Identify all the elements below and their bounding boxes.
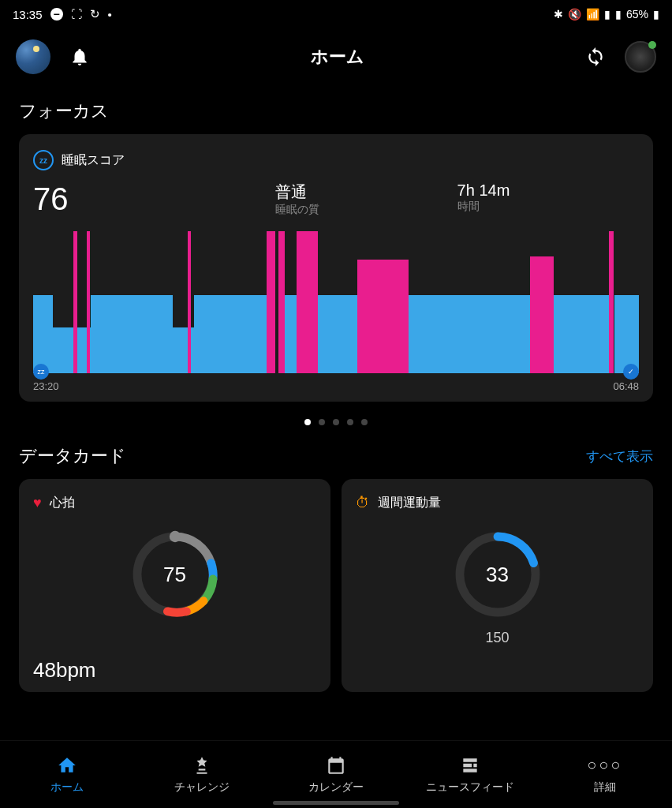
avatar[interactable] <box>16 39 50 74</box>
heart-rate-current: 48bpm <box>33 658 96 683</box>
page-title: ホーム <box>311 45 364 69</box>
dnd-icon: − <box>50 8 63 21</box>
sleep-bar <box>285 295 297 373</box>
nav-challenge[interactable]: チャレンジ <box>134 741 268 808</box>
activity-card-title: 週間運動量 <box>378 495 441 511</box>
notifications-icon[interactable] <box>69 47 90 67</box>
newsfeed-icon <box>460 755 480 776</box>
sleep-bar <box>318 295 357 373</box>
nav-newsfeed-label: ニュースフィード <box>426 780 514 795</box>
home-icon <box>57 755 77 776</box>
bottom-nav: ホーム チャレンジ カレンダー ニュースフィード ○○○ 詳細 <box>0 740 672 808</box>
sleep-bar <box>33 295 53 373</box>
nav-challenge-label: チャレンジ <box>174 780 230 795</box>
signal2-icon: ▮ <box>615 8 622 21</box>
page-dot[interactable] <box>347 419 353 425</box>
sleep-start-badge-icon: zz <box>33 364 49 380</box>
activity-icon: ⏱ <box>356 495 370 511</box>
sleep-bar <box>297 231 303 373</box>
nav-calendar-label: カレンダー <box>308 780 364 795</box>
sleep-bar <box>87 231 91 373</box>
sleep-bar <box>267 231 276 373</box>
more-icon: ○○○ <box>595 755 615 776</box>
status-bar: 13:35 − ⛶ ↻ • ✱ 🔇 📶 ▮ ▮ 65% ▮ <box>0 0 672 28</box>
mute-icon: 🔇 <box>568 8 581 21</box>
sleep-start-time: 23:20 <box>33 380 59 392</box>
battery-icon: ▮ <box>653 8 659 21</box>
sleep-bar <box>614 295 639 373</box>
sleep-chart: zz ✓ 23:20 06:48 <box>33 231 639 389</box>
heart-card-title: 心拍 <box>50 495 75 511</box>
sleep-quality-label: 睡眠の質 <box>275 203 457 217</box>
nav-home[interactable]: ホーム <box>0 741 134 808</box>
calendar-icon <box>326 755 346 776</box>
sleep-bar <box>188 231 192 373</box>
nav-calendar[interactable]: カレンダー <box>269 741 403 808</box>
sleep-duration-value: 7h 14m <box>457 181 639 200</box>
sleep-bar <box>278 231 285 373</box>
data-cards-title: データカード <box>19 444 126 468</box>
heart-icon: ♥ <box>33 495 42 511</box>
page-dot[interactable] <box>333 419 339 425</box>
sleep-bar <box>53 327 91 373</box>
status-left: 13:35 − ⛶ ↻ • <box>13 7 112 21</box>
activity-gauge-value: 33 <box>486 563 509 587</box>
trophy-icon <box>192 755 212 776</box>
sleep-bar <box>530 256 554 373</box>
activity-target: 150 <box>356 630 639 646</box>
sleep-card-title: 睡眠スコア <box>62 152 125 169</box>
battery-text: 65% <box>626 8 648 21</box>
app-header: ホーム <box>0 28 672 85</box>
activity-card[interactable]: ⏱ 週間運動量 33 150 <box>342 479 653 692</box>
page-dot[interactable] <box>361 419 368 425</box>
sleep-score-icon: zz <box>33 150 54 170</box>
nav-home-label: ホーム <box>50 780 84 795</box>
heart-rate-gauge: 75 <box>128 527 222 622</box>
sleep-bar <box>409 295 530 373</box>
show-all-link[interactable]: すべて表示 <box>586 447 653 466</box>
dot-icon: • <box>108 8 112 21</box>
heart-rate-card[interactable]: ♥ 心拍 75 48bpm <box>19 479 330 692</box>
sleep-end-badge-icon: ✓ <box>623 364 639 380</box>
sleep-quality-value: 普通 <box>275 181 457 203</box>
sleep-bar <box>73 231 77 373</box>
sync-small-icon: ↻ <box>90 7 100 21</box>
sleep-bar <box>194 295 267 373</box>
page-dot[interactable] <box>319 419 325 425</box>
device-icon[interactable] <box>625 41 656 73</box>
nav-more-label: 詳細 <box>594 780 616 795</box>
sleep-score-value: 76 <box>33 181 275 217</box>
page-indicator[interactable] <box>0 402 672 433</box>
page-dot[interactable] <box>304 419 311 425</box>
sleep-bar <box>303 231 318 373</box>
fullscreen-icon: ⛶ <box>71 8 82 21</box>
status-right: ✱ 🔇 📶 ▮ ▮ 65% ▮ <box>554 8 659 21</box>
focus-section-title: フォーカス <box>0 85 672 134</box>
sleep-bar <box>609 231 614 373</box>
activity-gauge: 33 <box>450 527 545 622</box>
nav-newsfeed[interactable]: ニュースフィード <box>403 741 537 808</box>
nav-more[interactable]: ○○○ 詳細 <box>538 741 672 808</box>
sleep-duration-label: 時間 <box>457 200 639 214</box>
signal1-icon: ▮ <box>604 8 610 21</box>
bluetooth-icon: ✱ <box>554 8 563 21</box>
sleep-bar <box>357 260 409 373</box>
gesture-handle[interactable] <box>273 801 399 805</box>
sleep-focus-card[interactable]: zz 睡眠スコア 76 普通 睡眠の質 7h 14m 時間 zz ✓ 23:20… <box>19 134 653 402</box>
sleep-bar <box>554 295 608 373</box>
sync-icon[interactable] <box>585 47 606 67</box>
status-time: 13:35 <box>13 8 43 21</box>
svg-point-1 <box>169 531 180 542</box>
heart-gauge-value: 75 <box>163 563 186 587</box>
wifi-icon: 📶 <box>586 8 599 21</box>
sleep-bar <box>91 295 173 373</box>
sleep-end-time: 06:48 <box>613 380 639 392</box>
